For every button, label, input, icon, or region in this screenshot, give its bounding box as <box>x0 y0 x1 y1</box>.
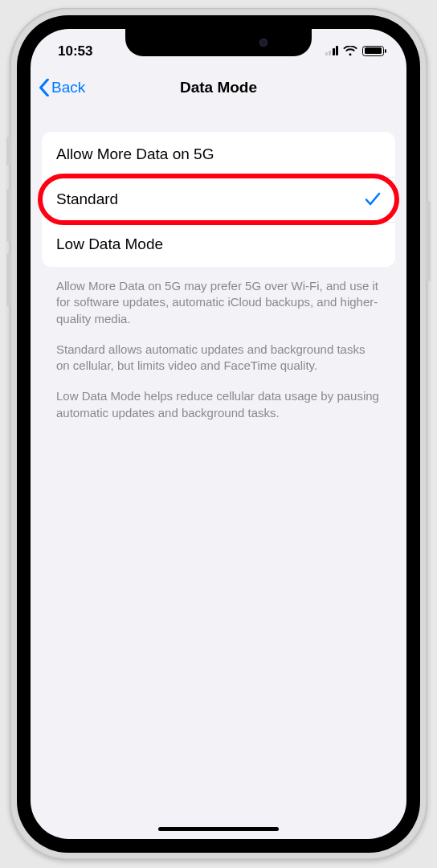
volume-down-button <box>6 253 10 306</box>
status-indicators <box>325 41 385 56</box>
footer-description: Allow More Data on 5G may prefer 5G over… <box>42 267 395 421</box>
status-time: 10:53 <box>58 37 92 59</box>
back-button[interactable]: Back <box>39 79 85 96</box>
option-label: Allow More Data on 5G <box>56 145 214 163</box>
page-title: Data Mode <box>31 79 406 96</box>
phone-frame: 10:53 Back Data Mode <box>10 8 427 860</box>
option-standard[interactable]: Standard <box>42 177 395 222</box>
footer-paragraph: Low Data Mode helps reduce cellular data… <box>56 388 381 421</box>
footer-paragraph: Allow More Data on 5G may prefer 5G over… <box>56 278 381 327</box>
navigation-bar: Back Data Mode <box>31 68 406 108</box>
option-label: Standard <box>56 190 118 208</box>
notch <box>125 29 312 56</box>
back-label: Back <box>51 79 85 96</box>
chevron-left-icon <box>39 79 50 96</box>
footer-paragraph: Standard allows automatic updates and ba… <box>56 342 381 375</box>
cellular-signal-icon <box>325 46 339 55</box>
home-indicator[interactable] <box>158 827 279 831</box>
side-button <box>427 201 431 281</box>
silent-switch <box>6 137 10 166</box>
content: Allow More Data on 5G Standard Low Data … <box>31 108 406 421</box>
option-label: Low Data Mode <box>56 235 163 253</box>
screen: 10:53 Back Data Mode <box>31 29 406 839</box>
phone-bezel: 10:53 Back Data Mode <box>17 15 420 853</box>
option-low-data-mode[interactable]: Low Data Mode <box>42 222 395 267</box>
volume-up-button <box>6 189 10 242</box>
data-mode-options-group: Allow More Data on 5G Standard Low Data … <box>42 132 395 267</box>
option-allow-more-data-5g[interactable]: Allow More Data on 5G <box>42 132 395 177</box>
battery-icon <box>362 46 384 56</box>
checkmark-icon <box>365 192 381 207</box>
wifi-icon <box>343 46 357 56</box>
